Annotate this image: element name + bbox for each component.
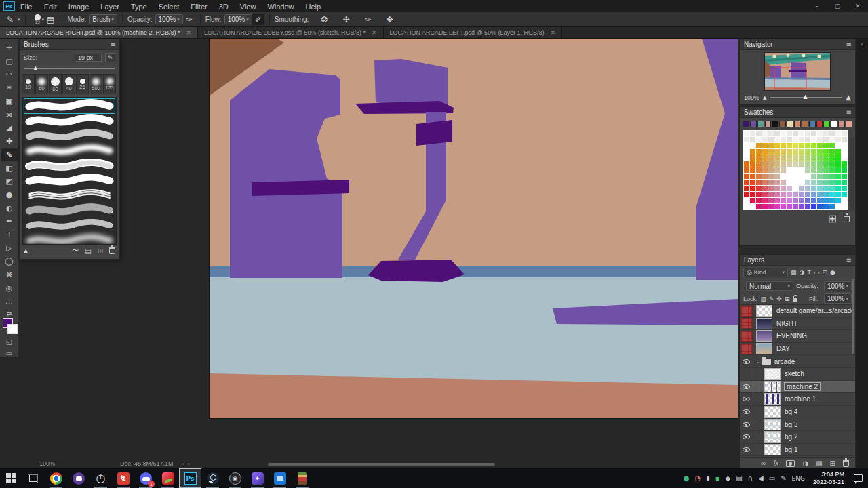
new-group-icon[interactable]: ▤ — [816, 460, 822, 467]
wheel-swatch[interactable] — [817, 161, 823, 167]
swatch-1[interactable] — [743, 121, 749, 127]
wheel-swatch[interactable] — [805, 161, 810, 167]
brush-tool[interactable]: ✎ — [1, 148, 18, 162]
wheel-swatch[interactable] — [768, 167, 774, 173]
wheel-swatch[interactable] — [781, 174, 786, 179]
brush-preset-60[interactable]: 60 — [49, 74, 62, 94]
wheel-swatch[interactable] — [817, 198, 823, 203]
wheel-swatch[interactable] — [811, 137, 816, 142]
wheel-swatch[interactable] — [829, 192, 835, 197]
wheel-swatch[interactable] — [762, 167, 768, 173]
wheel-swatch[interactable] — [750, 149, 755, 155]
clipboard-icon[interactable]: ▤ — [736, 474, 742, 482]
wheel-swatch[interactable] — [799, 180, 804, 185]
wheel-swatch[interactable] — [805, 204, 810, 209]
wheel-swatch[interactable] — [781, 137, 786, 142]
wheel-swatch[interactable] — [744, 137, 749, 142]
filter-toggle-icon[interactable]: ● — [830, 269, 835, 276]
lock-artboard-icon[interactable]: ⊞ — [785, 296, 790, 302]
wheel-swatch[interactable] — [762, 180, 768, 185]
menu-view[interactable]: View — [240, 3, 256, 11]
wheel-swatch[interactable] — [829, 143, 835, 148]
symmetry-off-icon[interactable]: ✥ — [384, 14, 396, 25]
wheel-swatch[interactable] — [744, 192, 749, 197]
filter-pixel-icon[interactable]: ▦ — [791, 269, 797, 276]
layer-name[interactable]: arcade — [774, 358, 795, 365]
taskbar-chrome[interactable] — [45, 468, 67, 488]
wheel-swatch[interactable] — [762, 143, 768, 148]
visibility-cell[interactable] — [740, 393, 753, 405]
brush-preset-19[interactable]: 19 — [22, 74, 35, 94]
collapse-panels-icon[interactable]: « — [856, 41, 868, 47]
layer-name[interactable]: machine 2 — [785, 383, 820, 390]
wheel-swatch[interactable] — [793, 155, 798, 161]
wheel-swatch[interactable] — [817, 167, 823, 173]
wheel-swatch[interactable] — [805, 137, 810, 142]
menu-select[interactable]: Select — [159, 3, 180, 11]
wheel-swatch[interactable] — [781, 192, 786, 197]
lock-all-icon[interactable] — [793, 298, 797, 302]
wheel-swatch[interactable] — [811, 186, 816, 191]
layer-name[interactable]: sketch — [785, 370, 804, 378]
wheel-swatch[interactable] — [774, 155, 780, 161]
green-status-icon[interactable]: ● — [684, 474, 690, 482]
taskbar-discord[interactable]: 1 — [134, 468, 157, 488]
taskbar-paint[interactable] — [157, 468, 179, 488]
wheel-swatch[interactable] — [829, 137, 835, 142]
expand-caret-icon[interactable]: ⌄ — [756, 359, 761, 365]
horizontal-scrollbar[interactable] — [268, 463, 495, 466]
wheel-swatch[interactable] — [829, 167, 835, 173]
wheel-swatch[interactable] — [817, 192, 823, 197]
brush-preset-25[interactable]: 25 — [76, 74, 89, 94]
wheel-swatch[interactable] — [835, 192, 841, 197]
filter-smart-object-icon[interactable]: ⊡ — [822, 269, 827, 276]
wheel-swatch[interactable] — [793, 186, 798, 191]
menu-file[interactable]: File — [20, 3, 33, 11]
wheel-swatch[interactable] — [787, 167, 792, 173]
document-tab-3[interactable]: LOCATION ARCADE LEFT.psd @ 50% (Layer 1,… — [384, 27, 563, 38]
wheel-swatch[interactable] — [842, 192, 847, 197]
minimize-button[interactable]: – — [807, 0, 827, 12]
wheel-swatch[interactable] — [787, 131, 792, 136]
wheel-swatch[interactable] — [823, 174, 829, 179]
wheel-swatch[interactable] — [817, 174, 823, 179]
zoom-out-icon[interactable]: ▲ — [763, 95, 766, 100]
symmetry-icon[interactable]: ✣ — [340, 14, 352, 25]
wheel-swatch[interactable] — [799, 192, 804, 197]
panel-menu-icon[interactable]: ≡ — [846, 256, 851, 264]
tab-close-icon[interactable]: ✕ — [372, 29, 377, 36]
wheel-swatch[interactable] — [744, 204, 749, 209]
wheel-swatch[interactable] — [823, 143, 829, 148]
wheel-swatch[interactable] — [768, 155, 774, 161]
wheel-swatch[interactable] — [787, 180, 792, 185]
wheel-swatch[interactable] — [762, 174, 768, 179]
wheel-swatch[interactable] — [829, 155, 835, 161]
wheel-swatch[interactable] — [774, 131, 780, 136]
wheel-swatch[interactable] — [811, 155, 816, 161]
wheel-swatch[interactable] — [842, 137, 847, 142]
swatch-12[interactable] — [823, 121, 830, 127]
wheel-swatch[interactable] — [805, 143, 810, 148]
wheel-swatch[interactable] — [781, 198, 786, 203]
wheel-swatch[interactable] — [756, 192, 762, 197]
screen-mode-icon[interactable]: ▭ — [6, 350, 12, 357]
blend-mode-select[interactable]: Normal▾ — [746, 281, 793, 291]
swatch-3[interactable] — [757, 121, 764, 127]
menu-filter[interactable]: Filter — [191, 3, 207, 11]
type-tool[interactable]: T — [1, 228, 18, 242]
delete-swatch-icon[interactable] — [844, 216, 850, 222]
layer-name[interactable]: NIGHT — [776, 320, 797, 327]
brush-stroke-preset-5[interactable] — [24, 159, 115, 173]
wheel-swatch[interactable] — [762, 137, 768, 142]
wheel-swatch[interactable] — [793, 192, 798, 197]
wheel-swatch[interactable] — [842, 204, 847, 209]
taskbar-bolt[interactable]: ↯ — [112, 468, 134, 488]
document-tab-1[interactable]: LOCATION ARCADE RIGHT.psd @ 100% (machin… — [0, 27, 198, 38]
wheel-swatch[interactable] — [768, 192, 774, 197]
visibility-cell[interactable] — [740, 318, 753, 330]
brush-stroke-preset-10[interactable] — [24, 233, 115, 245]
wheel-swatch[interactable] — [823, 198, 829, 203]
wheel-swatch[interactable] — [781, 167, 786, 173]
wheel-swatch[interactable] — [793, 204, 798, 209]
wheel-swatch[interactable] — [756, 155, 762, 161]
